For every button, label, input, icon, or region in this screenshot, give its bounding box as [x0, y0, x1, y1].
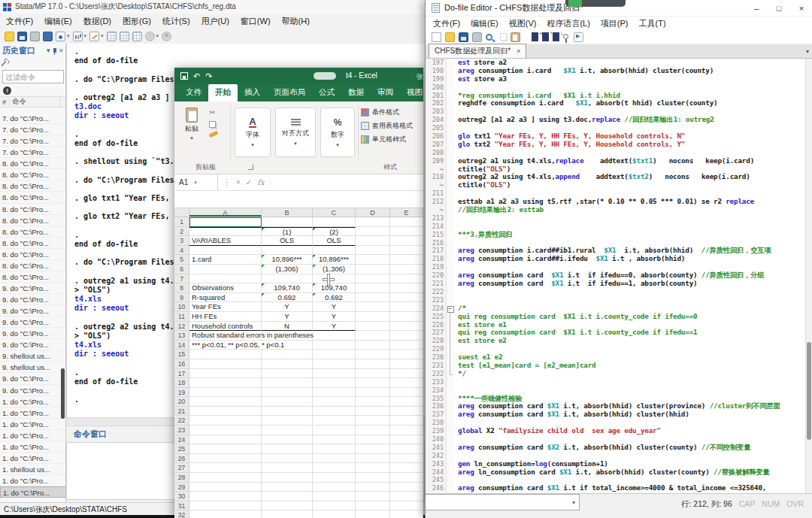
excel-cell[interactable] — [356, 407, 390, 417]
excel-cell[interactable] — [356, 274, 390, 284]
excel-cell[interactable] — [189, 265, 262, 274]
excel-cell[interactable] — [313, 492, 356, 501]
excel-cell[interactable] — [390, 217, 423, 227]
stata-titlebar[interactable]: Stata/MP 17.0 - C:\Users\张庆\Desktop\STAT… — [0, 0, 425, 14]
row-header-2[interactable]: 2 — [174, 227, 189, 237]
dofile-menu-item[interactable]: 程序语言(L) — [547, 18, 589, 29]
code-line[interactable]: 215***3.异质性回归 — [426, 231, 806, 239]
excel-cell[interactable] — [262, 492, 313, 501]
paste-button[interactable]: 粘贴 ▾ — [179, 108, 205, 157]
code-line[interactable]: ↪ctitle("OLS") — [426, 165, 806, 174]
row-header-9[interactable]: 9 — [174, 293, 189, 303]
do-icon[interactable] — [145, 32, 155, 41]
excel-cell[interactable] — [189, 492, 262, 501]
excel-titlebar[interactable]: ↶ ↷ t4 - Excel 张 — [174, 68, 423, 84]
history-row[interactable]: 9. do "C:\Pro... — [0, 283, 66, 294]
execute-icon[interactable] — [574, 32, 583, 42]
history-row[interactable]: 8. do "C:\Pro... — [0, 204, 66, 215]
excel-cell[interactable]: (1) — [262, 227, 313, 237]
row-header-31[interactable]: 31 — [174, 501, 189, 511]
code-line[interactable]: 198areg consumption i.card $X1 i.t, abso… — [426, 67, 806, 75]
cut-icon[interactable]: ✂ — [209, 109, 215, 117]
excel-cell[interactable] — [189, 369, 262, 379]
insert-function-icon[interactable]: fx — [257, 178, 264, 186]
excel-cell[interactable] — [356, 359, 390, 369]
column-header-C[interactable]: C — [313, 208, 356, 217]
excel-cell[interactable] — [356, 302, 390, 312]
dofile-tab[interactable]: CHFS数据处理及回归* × — [429, 44, 526, 58]
excel-cell[interactable] — [313, 350, 356, 359]
code-line[interactable]: 223 — [426, 296, 806, 304]
code-line[interactable]: 206glo txt1 "Year FEs, Y, HH FEs, Y, Hou… — [426, 132, 806, 141]
log-begin-icon[interactable] — [43, 32, 53, 41]
row-header-5[interactable]: 5 — [174, 255, 189, 265]
row-header-11[interactable]: 11 — [174, 312, 189, 322]
excel-cell[interactable] — [356, 416, 390, 426]
excel-cell[interactable] — [390, 501, 423, 511]
break-icon[interactable] — [162, 32, 171, 41]
row-header-7[interactable]: 7 — [174, 274, 189, 284]
excel-cell[interactable] — [313, 407, 356, 417]
excel-cell[interactable] — [189, 444, 262, 454]
paste-icon[interactable] — [511, 32, 520, 42]
excel-cell[interactable] — [390, 378, 423, 388]
excel-cell[interactable] — [390, 369, 423, 379]
data-editor-icon[interactable] — [107, 32, 117, 41]
excel-cell[interactable] — [313, 501, 356, 511]
print-icon[interactable] — [472, 32, 482, 42]
history-row[interactable]: 1. shellout us... — [0, 464, 66, 475]
history-row[interactable]: 9. do "C:\Pro... — [0, 317, 66, 328]
stata-menu-item[interactable]: 图形(G) — [123, 16, 151, 27]
excel-cell[interactable]: (2) — [313, 227, 356, 237]
excel-cell[interactable] — [313, 331, 356, 341]
excel-cell[interactable] — [390, 246, 423, 256]
excel-cell[interactable] — [356, 341, 390, 350]
chevron-down-icon[interactable]: ▾ — [84, 33, 87, 39]
excel-cell[interactable] — [313, 444, 356, 454]
excel-cell[interactable] — [390, 293, 423, 303]
column-header-E[interactable]: E — [390, 208, 423, 217]
code-line[interactable]: 239global X2 "familysize child old sex a… — [426, 427, 806, 435]
row-header-12[interactable]: 12 — [174, 322, 189, 332]
excel-cell[interactable] — [189, 501, 262, 511]
row-header-25[interactable]: 25 — [174, 444, 189, 454]
code-line[interactable]: 209outreg2 a1 using t4.xls,replace addte… — [426, 157, 806, 165]
row-header-32[interactable]: 32 — [174, 510, 189, 518]
bookmark-add-icon[interactable] — [532, 32, 538, 41]
excel-cell[interactable] — [356, 265, 390, 274]
excel-cell[interactable] — [313, 217, 356, 227]
excel-cell[interactable] — [313, 369, 356, 379]
print-icon[interactable] — [30, 32, 40, 41]
excel-cell[interactable] — [262, 510, 313, 518]
excel-cell[interactable] — [356, 397, 390, 407]
excel-cell[interactable] — [313, 510, 356, 518]
history-row[interactable]: 8. do "C:\Pro... — [0, 180, 66, 192]
stata-menu-item[interactable]: 统计(S) — [162, 16, 190, 27]
row-header-15[interactable]: 15 — [174, 350, 189, 359]
excel-cell[interactable] — [356, 350, 390, 359]
code-line[interactable]: 211 — [426, 189, 806, 198]
excel-cell[interactable] — [390, 510, 423, 518]
excel-cell[interactable] — [356, 483, 390, 492]
excel-cell[interactable] — [390, 312, 423, 322]
select-all-corner[interactable] — [174, 208, 189, 217]
stata-menu-item[interactable]: 数据(D) — [83, 16, 111, 27]
excel-cell[interactable] — [262, 501, 313, 511]
history-row[interactable]: 8. do "C:\Pro... — [0, 260, 66, 271]
excel-cell[interactable] — [356, 510, 390, 518]
excel-cell[interactable]: 109,740 — [313, 283, 356, 293]
history-row[interactable]: 7. do "C:\Pro... — [0, 113, 66, 124]
code-editor[interactable]: 197est store a2198areg consumption i.car… — [426, 59, 806, 493]
excel-cell[interactable] — [262, 369, 313, 379]
row-header-16[interactable]: 16 — [174, 359, 189, 369]
row-header-28[interactable]: 28 — [174, 473, 189, 483]
viewer-icon[interactable] — [56, 32, 65, 41]
history-row[interactable]: 9. do "C:\Pro... — [0, 328, 66, 339]
excel-tab-审阅[interactable]: 审阅 — [371, 84, 400, 101]
stata-menu-item[interactable]: 用户(U) — [201, 16, 229, 27]
excel-cell[interactable] — [390, 426, 423, 435]
excel-cell[interactable] — [262, 359, 313, 369]
new-icon[interactable] — [432, 32, 441, 42]
code-line[interactable]: 210outreg2 a2 using t4.xls,append addtex… — [426, 173, 806, 181]
bookmark-prev-icon[interactable] — [542, 32, 549, 41]
